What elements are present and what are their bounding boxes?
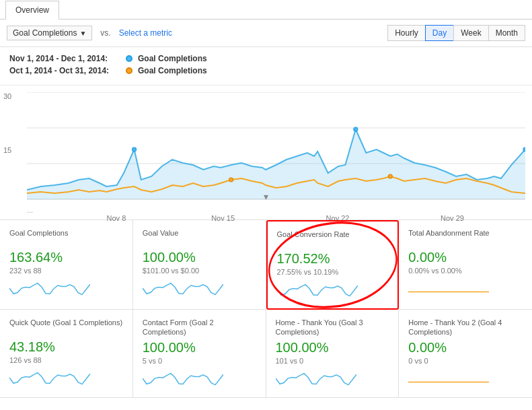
metric-sub: 27.55% vs 10.19% (277, 268, 389, 276)
paginate-down-icon[interactable]: ▾ (264, 191, 268, 202)
time-buttons: Hourly Day Week Month (387, 25, 525, 41)
metric-card-3: Total Abandonment Rate 0.00% 0.00% vs 0.… (399, 220, 532, 310)
mini-chart (9, 368, 123, 388)
metric-card-1: Contact Form (Goal 2 Completions) 100.00… (133, 310, 266, 398)
vs-label: vs. (100, 28, 110, 38)
metrics-grid-row2: Quick Quote (Goal 1 Completions) 43.18% … (0, 310, 532, 398)
metric-card-0: Goal Completions 163.64% 232 vs 88 (0, 220, 133, 310)
chart-svg (27, 92, 525, 200)
metric-value: 170.52% (277, 251, 389, 267)
legend-dot-blue (126, 55, 132, 62)
chart-area: 30 15 ... Nov 8 Nov 15 Nov 22 Nov 29 ▾ (0, 86, 532, 220)
legend-date-secondary: Oct 1, 2014 - Oct 31, 2014: (9, 66, 120, 75)
svg-point-8 (229, 178, 233, 182)
metric-dropdown[interactable]: Goal Completions ▼ (7, 26, 92, 40)
metric-value: 100.00% (143, 340, 256, 355)
mini-chart (408, 279, 523, 299)
metric-dropdown-label: Goal Completions (13, 28, 77, 38)
metric-sub: 5 vs 0 (143, 357, 256, 365)
metric-card-3: Home - Thank You 2 (Goal 4 Completions) … (399, 310, 532, 398)
select-metric-link[interactable]: Select a metric (119, 28, 172, 38)
legend-item-secondary: Oct 1, 2014 - Oct 31, 2014: Goal Complet… (9, 66, 523, 75)
metric-value: 0.00% (408, 340, 523, 355)
svg-point-9 (388, 174, 392, 178)
y-label-30: 30 (3, 92, 11, 100)
metric-sub: 101 vs 0 (276, 357, 389, 365)
metric-sub: 0 vs 0 (408, 357, 523, 365)
metric-card-2: Goal Conversion Rate 170.52% 27.55% vs 1… (266, 220, 400, 310)
metric-value: 0.00% (408, 250, 523, 265)
metric-title: Goal Completions (9, 228, 123, 247)
chart-y-labels: 30 15 (3, 92, 11, 200)
metric-value: 100.00% (143, 250, 256, 265)
legend-dot-orange (126, 67, 132, 74)
metric-title: Goal Value (143, 228, 256, 247)
tab-bar: Overview (0, 0, 532, 20)
time-btn-week[interactable]: Week (453, 25, 488, 41)
metric-card-2: Home - Thank You (Goal 3 Completions) 10… (266, 310, 400, 398)
metric-value: 163.64% (9, 250, 123, 265)
mini-chart (277, 280, 389, 300)
tab-overview[interactable]: Overview (5, 1, 59, 20)
metric-value: 43.18% (9, 339, 123, 355)
time-btn-hourly[interactable]: Hourly (387, 25, 425, 41)
legend-item-primary: Nov 1, 2014 - Dec 1, 2014: Goal Completi… (9, 54, 523, 63)
svg-point-7 (523, 147, 525, 151)
time-btn-day[interactable]: Day (425, 25, 453, 41)
metric-title: Home - Thank You (Goal 3 Completions) (276, 318, 389, 337)
metrics-grid-row1: Goal Completions 163.64% 232 vs 88 Goal … (0, 220, 532, 310)
metric-title: Goal Conversion Rate (277, 230, 389, 248)
metric-select: Goal Completions ▼ vs. Select a metric (7, 26, 172, 40)
mini-chart (143, 369, 256, 389)
time-btn-month[interactable]: Month (488, 25, 525, 41)
mini-chart (143, 279, 256, 299)
metric-title: Total Abandonment Rate (408, 228, 523, 247)
metric-title: Home - Thank You 2 (Goal 4 Completions) (408, 318, 523, 337)
metric-value: 100.00% (276, 340, 389, 355)
legend: Nov 1, 2014 - Dec 1, 2014: Goal Completi… (0, 47, 532, 86)
legend-label-secondary: Goal Completions (138, 66, 207, 75)
mini-chart (9, 279, 123, 299)
dropdown-arrow-icon: ▼ (79, 30, 86, 37)
metric-title: Contact Form (Goal 2 Completions) (143, 318, 256, 337)
metric-sub: 232 vs 88 (9, 267, 123, 275)
toolbar: Goal Completions ▼ vs. Select a metric H… (0, 20, 532, 47)
metric-title: Quick Quote (Goal 1 Completions) (9, 318, 123, 337)
legend-label-primary: Goal Completions (138, 54, 207, 63)
mini-chart (276, 369, 389, 389)
x-axis-labels: Nov 8 Nov 15 Nov 22 Nov 29 (27, 211, 525, 214)
mini-chart (408, 369, 523, 389)
metric-card-0: Quick Quote (Goal 1 Completions) 43.18% … (0, 310, 133, 398)
metric-card-1: Goal Value 100.00% $101.00 vs $0.00 (133, 220, 266, 310)
metric-sub: $101.00 vs $0.00 (143, 267, 256, 275)
y-label-15: 15 (3, 146, 11, 154)
metric-sub: 0.00% vs 0.00% (408, 267, 523, 275)
metric-sub: 126 vs 88 (9, 356, 123, 364)
svg-point-6 (354, 127, 358, 131)
legend-date-primary: Nov 1, 2014 - Dec 1, 2014: (9, 54, 120, 63)
svg-point-5 (132, 147, 136, 151)
